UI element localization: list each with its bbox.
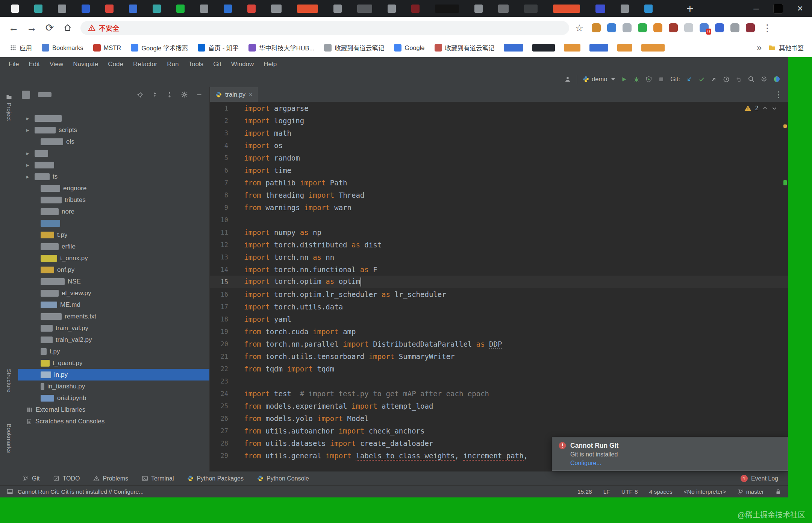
settings-gear-icon[interactable] [760, 76, 768, 83]
toolwindow-bookmarks[interactable]: Bookmarks [0, 424, 18, 453]
code-line-16[interactable]: 16import torch.optim.lr_scheduler as lr_… [210, 288, 788, 300]
extension-icon[interactable] [607, 23, 616, 32]
maximize-button[interactable] [773, 4, 783, 14]
code-line-2[interactable]: 2import logging [210, 114, 788, 127]
editor-options-icon[interactable]: ⋮ [774, 90, 783, 100]
minimize-button[interactable]: – [753, 3, 759, 14]
event-log-button[interactable]: 1 Event Log [741, 475, 788, 482]
code-line-23[interactable]: 23 [210, 375, 788, 387]
tree-item-t-onnx-py[interactable]: t_onnx.py [18, 252, 209, 264]
code-line-12[interactable]: 12import torch.distributed as dist [210, 238, 788, 251]
browser-tab[interactable] [474, 5, 483, 13]
tree-item-orial-ipynb[interactable]: orial.ipynb [18, 392, 209, 404]
next-problem-icon[interactable] [771, 105, 777, 111]
status-line-ending[interactable]: LF [603, 488, 610, 495]
browser-menu-icon[interactable]: ⋮ [762, 23, 772, 33]
browser-tab[interactable] [435, 5, 459, 13]
collapse-all-icon[interactable] [151, 91, 158, 98]
toolwindow-todo[interactable]: TODO [53, 475, 80, 482]
run-button[interactable] [621, 76, 627, 83]
menu-window[interactable]: Window [226, 61, 259, 68]
tree-item-el-view-py[interactable]: el_view.py [18, 287, 209, 299]
tree-item-ts[interactable]: ▸ts [18, 171, 209, 182]
menu-run[interactable]: Run [162, 61, 183, 68]
code-line-11[interactable]: 11import numpy as np [210, 226, 788, 238]
browser-tab[interactable] [297, 5, 318, 13]
code-line-4[interactable]: 4import os [210, 139, 788, 152]
browser-tab[interactable] [34, 5, 42, 13]
status-interpreter[interactable]: <No interpreter> [684, 488, 726, 495]
code-line-24[interactable]: 24import test # import test.py to get mA… [210, 387, 788, 400]
bookmark-item[interactable]: 收藏到有道云笔记 [324, 43, 384, 52]
bookmark-item[interactable]: Google [394, 44, 424, 52]
tree-item-redacted[interactable]: ▸ [18, 159, 209, 171]
bookmark-item[interactable]: Google 学术搜索 [131, 43, 188, 52]
toolwindow-toggle-icon[interactable] [7, 488, 13, 495]
extension-icon[interactable] [669, 23, 678, 32]
tree-item-nore[interactable]: nore [18, 206, 209, 217]
browser-tab[interactable] [82, 5, 90, 13]
inspections-widget[interactable]: 2 [744, 105, 777, 112]
browser-tab[interactable] [498, 5, 509, 13]
code-line-26[interactable]: 26from models.yolo import Model [210, 412, 788, 424]
code-with-me-icon[interactable] [773, 76, 780, 83]
tree-item-redacted[interactable]: ▸ [18, 147, 209, 159]
extension-icon[interactable] [715, 23, 724, 32]
menu-tools[interactable]: Tools [183, 61, 208, 68]
code-line-15[interactable]: 15import torch.optim as optim [210, 276, 788, 288]
tree-item-me-md[interactable]: ME.md [18, 299, 209, 311]
tree-item-train-val2-py[interactable]: train_val2.py [18, 334, 209, 346]
code-line-17[interactable]: 17import torch.utils.data [210, 300, 788, 313]
menu-git[interactable]: Git [208, 61, 226, 68]
close-button[interactable]: × [797, 3, 803, 14]
code-line-25[interactable]: 25from models.experimental import attemp… [210, 400, 788, 412]
browser-tab[interactable] [176, 5, 185, 13]
tree-item-redacted[interactable] [18, 217, 209, 229]
tree-item-in-py[interactable]: in.py [18, 369, 209, 381]
code-line-27[interactable]: 27from utils.autoanchor import check_anc… [210, 424, 788, 437]
home-icon[interactable] [59, 23, 77, 32]
extension-icon[interactable]: 0 [700, 23, 709, 32]
prev-problem-icon[interactable] [762, 105, 768, 111]
extension-icon[interactable] [653, 23, 662, 32]
bookmark-item[interactable]: 首页 - 知乎 [198, 43, 239, 52]
bookmark-redacted[interactable] [504, 44, 523, 52]
user-profile-icon[interactable] [564, 76, 571, 83]
bookmark-redacted[interactable] [589, 44, 608, 52]
bookmark-apps[interactable]: 应用 [10, 43, 32, 52]
extension-icon[interactable] [592, 23, 601, 32]
menu-refactor[interactable]: Refactor [128, 61, 162, 68]
code-line-18[interactable]: 18import yaml [210, 313, 788, 325]
browser-tab[interactable] [129, 5, 137, 13]
browser-tab[interactable] [595, 5, 605, 13]
toolwindow-structure[interactable]: Structure [0, 369, 18, 393]
notification-balloon[interactable]: Cannot Run Git Git is not installed Conf… [552, 437, 788, 471]
bookmark-redacted[interactable] [641, 44, 665, 52]
bookmarks-overflow-chevron[interactable]: » [757, 42, 762, 53]
bookmark-star-icon[interactable]: ☆ [575, 23, 583, 33]
toolwindow-python-console[interactable]: Python Console [257, 475, 309, 482]
code-line-22[interactable]: 22from tqdm import tqdm [210, 362, 788, 375]
git-rollback-button[interactable] [735, 76, 742, 83]
tree-item-scratches-and-consoles[interactable]: Scratches and Consoles [18, 415, 209, 427]
tree-item-scripts[interactable]: ▸scripts [18, 124, 209, 136]
git-branch-widget[interactable]: master [738, 488, 764, 495]
browser-tab[interactable] [644, 5, 653, 13]
tree-item-erignore[interactable]: erignore [18, 182, 209, 194]
address-bar[interactable]: 不安全 [80, 21, 569, 35]
bookmark-redacted[interactable] [564, 44, 580, 52]
extension-icon[interactable] [746, 23, 755, 32]
expand-all-icon[interactable] [166, 91, 173, 98]
code-line-13[interactable]: 13import torch.nn as nn [210, 251, 788, 263]
stripe-change-mark[interactable] [783, 180, 787, 185]
browser-tab[interactable] [271, 5, 282, 13]
run-configuration-dropdown[interactable]: demo [583, 76, 615, 83]
forward-button[interactable]: → [23, 22, 41, 34]
toolwindow-problems[interactable]: Problems [93, 475, 128, 482]
code-line-6[interactable]: 6import time [210, 164, 788, 176]
code-line-19[interactable]: 19from torch.cuda import amp [210, 325, 788, 338]
browser-tab[interactable] [553, 5, 580, 13]
menu-view[interactable]: View [45, 61, 68, 68]
extension-icon[interactable] [638, 23, 647, 32]
hide-panel-icon[interactable] [196, 91, 203, 98]
